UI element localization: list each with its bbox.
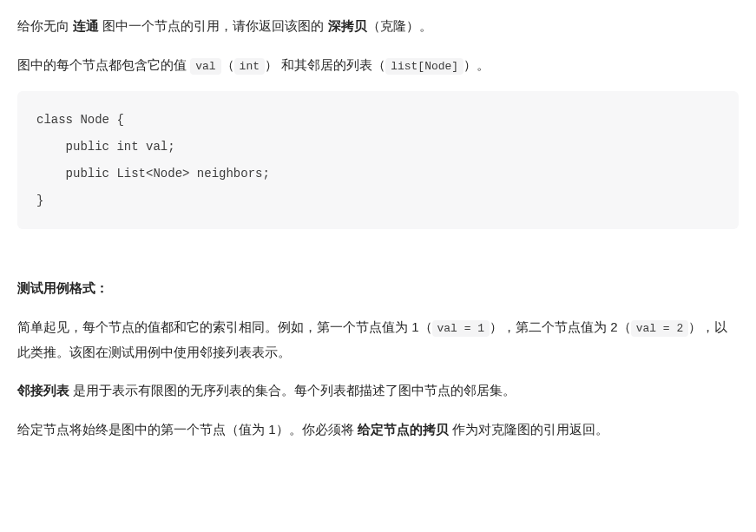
text-segment: （克隆）。 <box>367 18 432 33</box>
section-spacer <box>17 243 739 276</box>
text-segment: 图中的每个节点都包含它的值 <box>17 57 190 72</box>
text-segment: 简单起见，每个节点的值都和它的索引相同。例如，第一个节点值为 1（ <box>17 319 432 334</box>
text-segment: 给你无向 <box>17 18 73 33</box>
text-segment: ）。 <box>463 57 490 72</box>
text-segment: ），第二个节点值为 2（ <box>490 319 631 334</box>
text-segment: 作为对克隆图的引用返回。 <box>449 422 608 437</box>
bold-heading: 测试用例格式： <box>17 280 108 295</box>
text-segment: 给定节点将始终是图中的第一个节点（值为 1）。你必须将 <box>17 422 358 437</box>
node-description-paragraph: 图中的每个节点都包含它的值 val（int） 和其邻居的列表（list[Node… <box>17 53 739 78</box>
code-val1: val = 1 <box>432 320 490 337</box>
test-case-heading: 测试用例格式： <box>17 276 739 301</box>
index-value-paragraph: 简单起见，每个节点的值都和它的索引相同。例如，第一个节点值为 1（val = 1… <box>17 315 739 365</box>
text-segment: 图中一个节点的引用，请你返回该图的 <box>99 18 327 33</box>
bold-connected: 连通 <box>73 18 99 33</box>
code-listnode: list[Node] <box>385 58 463 75</box>
code-val: val <box>190 58 220 75</box>
code-block-node-class: class Node { public int val; public List… <box>17 91 739 229</box>
bold-given-copy: 给定节点的拷贝 <box>358 422 449 437</box>
bold-adjacency: 邻接列表 <box>17 383 69 397</box>
bold-deepcopy: 深拷贝 <box>328 18 367 33</box>
text-segment: （ <box>221 57 234 72</box>
adjacency-list-paragraph: 邻接列表 是用于表示有限图的无序列表的集合。每个列表都描述了图中节点的邻居集。 <box>17 378 739 404</box>
given-node-paragraph: 给定节点将始终是图中的第一个节点（值为 1）。你必须将 给定节点的拷贝 作为对克… <box>17 417 739 443</box>
text-segment: 是用于表示有限图的无序列表的集合。每个列表都描述了图中节点的邻居集。 <box>69 383 516 397</box>
code-val2: val = 2 <box>631 320 689 337</box>
text-segment: ） 和其邻居的列表（ <box>265 57 385 72</box>
code-int: int <box>234 58 265 75</box>
intro-paragraph: 给你无向 连通 图中一个节点的引用，请你返回该图的 深拷贝（克隆）。 <box>17 14 739 39</box>
